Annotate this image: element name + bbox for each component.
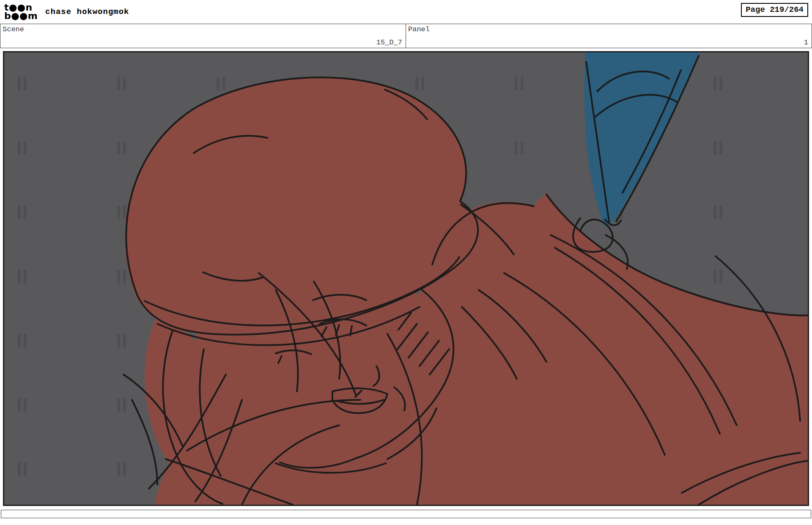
- caption-bar: [1, 510, 811, 518]
- header-bar: t●●n b●●m chase hokwongmok Page 219/264: [0, 0, 812, 24]
- project-title: chase hokwongmok: [45, 7, 129, 16]
- storyboard-artwork: [4, 52, 808, 505]
- storyboard-page: t●●n b●●m chase hokwongmok Page 219/264 …: [0, 0, 812, 518]
- toonboom-logo-line2: b●●m: [4, 12, 38, 20]
- panel-value: 1: [804, 38, 808, 46]
- scene-label: Scene: [3, 25, 24, 33]
- scene-panel-row: Scene 15_D_7 Panel 1: [0, 24, 812, 48]
- panel-cell: Panel 1: [406, 24, 812, 48]
- scene-value: 15_D_7: [376, 38, 402, 46]
- scene-cell: Scene 15_D_7: [0, 24, 406, 48]
- page-indicator: Page 219/264: [741, 3, 808, 17]
- toonboom-logo: t●●n b●●m: [4, 3, 38, 20]
- panel-label: Panel: [408, 25, 430, 33]
- storyboard-panel-frame: [3, 51, 809, 506]
